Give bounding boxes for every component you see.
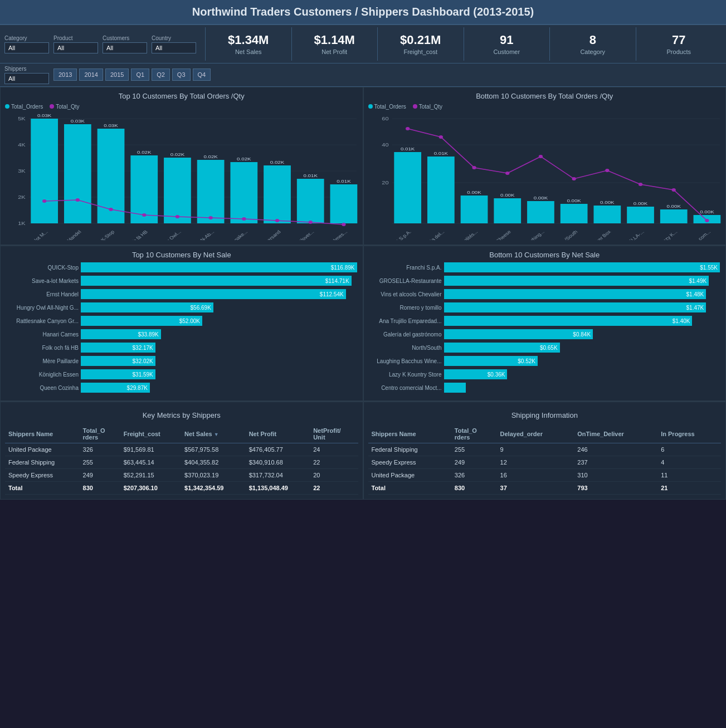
svg-rect-60 [494, 198, 521, 223]
svg-point-84 [638, 183, 642, 186]
btn-q1[interactable]: Q1 [131, 69, 149, 81]
metric-net-sales: $1.34M Net Sales [206, 27, 292, 61]
svg-point-86 [705, 219, 709, 222]
key-metrics-panel: Key Metrics by Shippers Shippers Name To… [0, 402, 363, 500]
svg-text:0.02K: 0.02K [203, 154, 218, 159]
dashboard-title: Northwind Traders Customers / Shippers D… [0, 0, 726, 25]
svg-text:Galeria del...: Galeria del... [420, 229, 446, 240]
date-button-group: 2013 2014 2015 Q1 Q2 Q3 Q4 [53, 69, 211, 82]
shippers-select[interactable]: All [4, 73, 49, 84]
hbar-row: Ana Trujillo Emparedad... $1.40K [369, 316, 720, 326]
hbar-fill: $29.87K [81, 383, 150, 393]
svg-text:0.01K: 0.01K [433, 151, 448, 156]
category-value: 8 [554, 33, 631, 47]
svg-rect-15 [197, 160, 225, 223]
country-label: Country [152, 35, 196, 41]
hbar-row: Laughing Bacchus Wine... $0.52K [369, 356, 720, 366]
category-label: Category [4, 35, 49, 41]
btn-q2[interactable]: Q2 [152, 69, 170, 81]
svg-point-79 [472, 166, 476, 169]
svg-text:Save-a-lot M...: Save-a-lot M... [20, 229, 50, 240]
svg-text:0.01K: 0.01K [400, 146, 415, 152]
btn-2015[interactable]: 2015 [105, 69, 129, 81]
hbar-track: $56.69K [81, 302, 357, 312]
svg-point-82 [572, 177, 576, 180]
si-col-name: Shippers Name [368, 425, 451, 443]
svg-rect-14 [164, 158, 191, 223]
hbar-row: Königlich Essen $31.59K [6, 369, 357, 379]
hbar-value: $33.89K [138, 331, 158, 338]
hbar-fill: $32.17K [81, 343, 155, 353]
btn-q4[interactable]: Q4 [193, 69, 211, 81]
svg-text:0.01K: 0.01K [337, 179, 351, 184]
svg-text:Lazy K...: Lazy K... [659, 229, 679, 240]
svg-text:40: 40 [382, 142, 389, 148]
net-sales-section: Top 10 Customers By Net Sale QUICK-Stop … [0, 245, 726, 401]
country-filter-group: Country All [152, 35, 196, 53]
km-col-npunit: NetProfit/Unit [310, 425, 358, 443]
customer-value: 91 [469, 33, 545, 47]
svg-text:Franchi S.p.A.: Franchi S.p.A. [383, 229, 412, 240]
svg-text:Centro com...: Centro com... [684, 229, 712, 240]
key-metrics-header-row: Shippers Name Total_Orders Freight_cost … [5, 425, 358, 443]
hbar-row: Hanari Carnes $33.89K [6, 329, 357, 339]
svg-text:GROSELLA-...: GROSELLA-... [616, 229, 645, 240]
svg-point-35 [208, 216, 212, 219]
btn-2013[interactable]: 2013 [53, 69, 77, 81]
hbar-fill: $1.55K [444, 262, 720, 272]
hbar-label: Queen Cozinha [6, 385, 79, 391]
shipping-info-body: Federal Shipping 255 9 246 6 Speedy Expr… [368, 443, 722, 495]
svg-rect-58 [427, 157, 454, 223]
hbar-track: $33.89K [81, 329, 357, 339]
svg-text:HILARION-Ab...: HILARION-Ab... [184, 229, 216, 240]
hbar-fill: $1.48K [444, 289, 706, 299]
hbar-value: $31.59K [133, 372, 153, 378]
btn-q3[interactable]: Q3 [172, 69, 191, 81]
hbar-track: $52.00K [81, 316, 357, 326]
svg-point-31 [76, 198, 80, 202]
svg-rect-59 [460, 196, 488, 223]
hbar-fill: $31.59K [81, 369, 155, 379]
svg-text:Rattlesnake...: Rattlesnake... [221, 229, 249, 240]
category-select[interactable]: All [4, 42, 49, 53]
hbar-row: GROSELLA-Restaurante $1.49K [369, 276, 720, 286]
tables-section: Key Metrics by Shippers Shippers Name To… [0, 401, 726, 500]
hbar-track: $114.71K [81, 276, 357, 286]
customers-select[interactable]: All [103, 42, 147, 53]
metric-net-profit: $1.14M Net Profit [292, 27, 378, 61]
btn-2014[interactable]: 2014 [79, 69, 103, 81]
svg-text:0.00K: 0.00K [533, 196, 548, 201]
hbar-track: $32.02K [81, 356, 357, 366]
hbar-value: $0.36K [488, 372, 505, 378]
bottom10-orders-chart: 60 40 20 [368, 112, 722, 240]
products-value: 77 [641, 33, 718, 47]
hbar-value: $112.54K [320, 291, 344, 297]
hbar-value: $0.65K [540, 345, 558, 351]
customers-filter-group: Customers All [103, 35, 147, 53]
si-col-delayed: Delayed_order [497, 425, 574, 443]
shipping-info-title: Shipping Information [368, 407, 722, 425]
top10-netsale-title: Top 10 Customers By Net Sale [6, 251, 357, 259]
shippers-label: Shippers [4, 66, 49, 72]
svg-text:0.03K: 0.03K [37, 113, 52, 118]
country-select[interactable]: All [152, 42, 196, 53]
hbar-value: $1.49K [689, 278, 706, 284]
hbar-label: Königlich Essen [6, 372, 79, 378]
net-profit-value: $1.14M [296, 33, 373, 47]
km-col-name: Shippers Name [5, 425, 80, 443]
si-col-ontime: OnTime_Deliver [574, 425, 657, 443]
product-select[interactable]: All [53, 42, 98, 53]
svg-rect-17 [264, 165, 291, 223]
svg-text:0.00K: 0.00K [467, 190, 481, 195]
hbar-track: $116.89K [81, 262, 357, 272]
table-row: Speedy Express 249 12 237 4 [368, 456, 722, 469]
hbar-value: $116.89K [331, 265, 355, 271]
svg-text:North/South: North/South [554, 229, 579, 240]
km-col-sales: Net Sales ▼ [181, 425, 246, 443]
shipping-info-table: Shippers Name Total_Orders Delayed_order… [368, 425, 722, 495]
svg-text:0.00K: 0.00K [700, 209, 714, 214]
hbar-track: $29.87K [81, 383, 357, 393]
hbar-track: $1.55K [444, 262, 720, 272]
hbar-track: $1.49K [444, 276, 720, 286]
shipping-header-row: Shippers Name Total_Orders Delayed_order… [368, 425, 722, 443]
